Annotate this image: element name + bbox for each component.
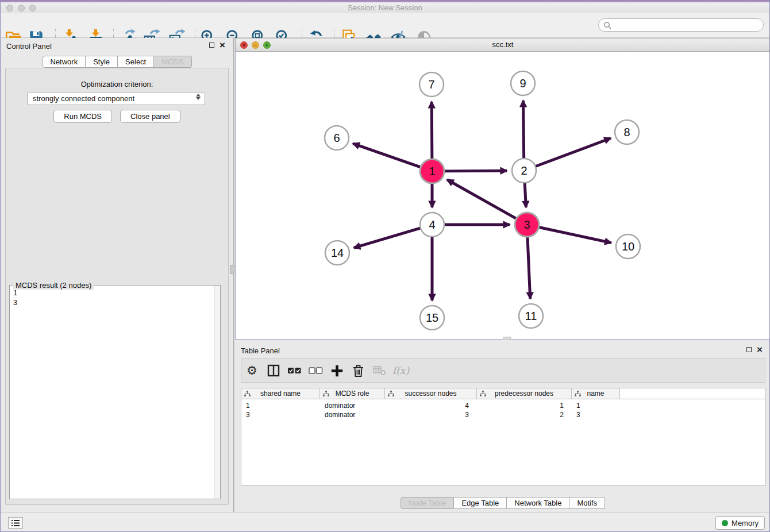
tab-node-table[interactable]: Node Table <box>401 497 455 509</box>
window-title: Session: New Session <box>1 2 769 13</box>
edge-2-8[interactable] <box>535 138 611 167</box>
network-graph[interactable]: 7968124314101511 <box>236 52 770 338</box>
column-header-successor-nodes[interactable]: successor nodes <box>385 388 477 399</box>
close-panel-button[interactable]: Close panel <box>120 110 180 123</box>
edge-3-11[interactable] <box>528 236 530 299</box>
table-row[interactable]: 1dominator411 <box>241 401 765 410</box>
edge-3-1[interactable] <box>447 180 517 219</box>
column-visibility-icon[interactable] <box>263 361 284 380</box>
column-header-predecessor-nodes[interactable]: predecessor nodes <box>477 388 572 399</box>
window-controls <box>6 5 36 11</box>
node-label-2: 2 <box>521 164 527 177</box>
table-toolbar: ⚙ f(x) <box>241 358 765 383</box>
hierarchy-icon <box>244 391 251 397</box>
float-table-panel-icon[interactable] <box>746 347 752 352</box>
float-panel-icon[interactable] <box>209 43 214 48</box>
select-all-check-icon[interactable] <box>284 361 305 380</box>
edge-3-10[interactable] <box>538 227 611 242</box>
list-icon <box>11 519 20 527</box>
tab-mcds[interactable]: MCDS <box>154 56 191 68</box>
tab-network-table[interactable]: Network Table <box>507 497 569 509</box>
apply-function-icon: f(x) <box>390 361 411 380</box>
hierarchy-icon <box>575 391 581 397</box>
control-panel: Control Panel × NetworkStyleSelectMCDS O… <box>1 38 233 512</box>
tab-style[interactable]: Style <box>86 56 118 68</box>
node-label-15: 15 <box>426 311 438 324</box>
close-table-panel-icon[interactable]: × <box>757 346 763 353</box>
control-panel-title: Control Panel <box>6 42 52 51</box>
title-bar: Session: New Session <box>1 2 769 13</box>
mcds-result-text[interactable]: 13 <box>10 287 213 499</box>
hierarchy-icon <box>323 391 329 397</box>
node-label-8: 8 <box>623 126 630 138</box>
search-input[interactable] <box>614 20 757 30</box>
edge-1-2[interactable] <box>444 171 507 171</box>
control-panel-tabs: NetworkStyleSelectMCDS <box>42 56 191 68</box>
task-history-button[interactable] <box>8 517 23 529</box>
table-settings-icon[interactable]: ⚙ <box>241 361 263 380</box>
edge-1-6[interactable] <box>353 144 421 168</box>
mcds-panel: Optimization criterion: strongly connect… <box>5 68 229 505</box>
deselect-all-check-icon[interactable] <box>305 361 326 380</box>
table-panel-tabs: Node TableEdge TableNetwork TableMotifs <box>235 497 770 509</box>
edge-2-9[interactable] <box>523 101 523 159</box>
optimization-criterion-dropdown[interactable]: strongly connected component <box>27 92 205 105</box>
network-window-title: scc.txt <box>236 38 770 51</box>
minimize-window-button[interactable] <box>18 5 25 11</box>
network-view-window: × − + scc.txt 7968124314101511 <box>235 38 770 340</box>
column-header-MCDS-role[interactable]: MCDS role <box>320 388 385 399</box>
table-header-row: shared nameMCDS rolesuccessor nodesprede… <box>241 388 765 399</box>
edge-1-7[interactable] <box>432 102 432 160</box>
node-label-4: 4 <box>429 218 435 231</box>
search-icon <box>603 21 612 30</box>
node-label-14: 14 <box>331 246 344 259</box>
close-panel-icon[interactable]: × <box>220 42 225 48</box>
status-bar: Memory <box>1 512 769 532</box>
splitter-handle[interactable] <box>230 265 234 274</box>
dropdown-value: strongly connected component <box>33 94 134 103</box>
table-row[interactable]: 3dominator323 <box>241 410 765 419</box>
network-resize-handle[interactable] <box>503 337 511 340</box>
network-close-button[interactable]: × <box>240 41 248 49</box>
delete-column-icon[interactable] <box>348 361 369 380</box>
table-panel-title: Table Panel <box>241 346 280 355</box>
tab-select[interactable]: Select <box>118 56 154 68</box>
add-column-icon[interactable] <box>326 361 348 380</box>
node-label-6: 6 <box>333 132 340 144</box>
search-box[interactable] <box>598 18 764 32</box>
run-mcds-button[interactable]: Run MCDS <box>53 110 112 123</box>
memory-label: Memory <box>732 519 759 527</box>
close-window-button[interactable] <box>6 5 13 11</box>
dropdown-stepper-icon <box>196 94 201 100</box>
maximize-window-button[interactable] <box>29 5 36 11</box>
node-label-10: 10 <box>622 240 634 253</box>
node-label-3: 3 <box>523 218 530 231</box>
application-window: Session: New Session <box>0 0 770 532</box>
memory-button[interactable]: Memory <box>715 516 765 530</box>
main-toolbar <box>1 13 769 38</box>
tab-motifs[interactable]: Motifs <box>569 497 605 509</box>
mcds-result-box: MCDS result (2 nodes) 13 <box>9 285 221 499</box>
node-label-1: 1 <box>429 165 435 178</box>
edge-2-3[interactable] <box>525 182 526 207</box>
hierarchy-icon <box>388 391 394 397</box>
memory-status-icon <box>722 520 728 526</box>
column-header-shared-name[interactable]: shared name <box>241 388 320 399</box>
node-label-7: 7 <box>428 78 434 91</box>
network-zoom-button[interactable]: + <box>263 41 271 49</box>
node-label-11: 11 <box>525 310 537 322</box>
node-label-9: 9 <box>519 77 526 90</box>
tab-edge-table[interactable]: Edge Table <box>454 497 507 509</box>
edge-4-14[interactable] <box>354 228 421 248</box>
network-canvas[interactable]: 7968124314101511 <box>235 52 770 340</box>
hierarchy-icon <box>480 391 486 397</box>
table-panel: Table Panel × ⚙ <box>235 342 770 512</box>
optimization-criterion-label: Optimization criterion: <box>6 80 228 88</box>
tab-network[interactable]: Network <box>42 56 86 68</box>
node-table: shared nameMCDS rolesuccessor nodesprede… <box>241 388 765 486</box>
network-window-titlebar[interactable]: × − + scc.txt <box>235 38 770 52</box>
result-scrollbar[interactable] <box>214 286 220 499</box>
column-header-name[interactable]: name <box>572 388 620 399</box>
network-minimize-button[interactable]: − <box>252 41 259 49</box>
table-body: 1dominator4113dominator323 <box>241 401 765 419</box>
